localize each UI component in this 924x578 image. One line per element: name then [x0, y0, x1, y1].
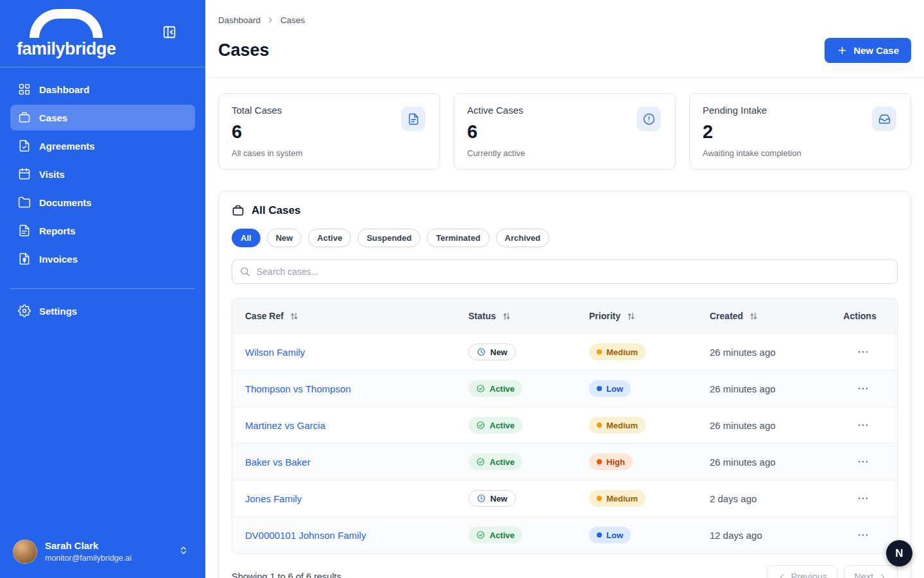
created-cell: 26 minutes ago [697, 334, 823, 371]
sidebar-collapse-button[interactable] [162, 25, 177, 40]
sidebar-item-documents[interactable]: Documents [10, 189, 195, 215]
document-icon [401, 107, 425, 131]
sidebar-item-label: Dashboard [39, 84, 89, 95]
table-row: Wilson Family New Medium 26 minutes ago [232, 334, 897, 371]
breadcrumb-item-dashboard[interactable]: Dashboard [218, 15, 261, 25]
report-icon [18, 224, 31, 237]
priority-dot [597, 386, 602, 391]
sidebar-item-visits[interactable]: Visits [10, 161, 195, 187]
row-actions-button[interactable] [851, 416, 875, 434]
priority-badge: Low [589, 380, 631, 397]
panel-collapse-icon [162, 25, 176, 39]
row-actions-button[interactable] [851, 526, 875, 544]
column-header-priority[interactable]: Priority [576, 299, 697, 334]
chevrons-up-down-icon [178, 545, 189, 558]
stat-value: 2 [703, 121, 898, 143]
new-case-button[interactable]: New Case [825, 38, 911, 63]
user-meta: Sarah Clark monitor@familybridge.ai [45, 540, 132, 563]
breadcrumb: Dashboard Cases [218, 15, 911, 25]
column-header-status[interactable]: Status [456, 299, 576, 334]
stat-label: Pending Intake [703, 105, 898, 116]
clock-icon [477, 494, 486, 503]
sidebar-item-invoices[interactable]: Invoices [10, 246, 195, 272]
table-row: Thompson vs Thompson Active Low 26 minut… [232, 371, 897, 407]
plus-icon [837, 45, 848, 56]
case-link[interactable]: Wilson Family [245, 347, 305, 358]
user-email: monitor@familybridge.ai [45, 554, 132, 564]
check-circle-icon [476, 530, 485, 539]
filter-all[interactable]: All [232, 229, 261, 247]
sidebar-item-settings[interactable]: Settings [10, 298, 195, 324]
sidebar-item-label: Agreements [39, 141, 95, 152]
sidebar-item-label: Visits [39, 169, 65, 180]
priority-badge: Medium [589, 490, 646, 507]
previous-page-button[interactable]: Previous [767, 565, 837, 578]
sort-icon [289, 311, 299, 321]
breadcrumb-item-cases: Cases [280, 15, 305, 25]
priority-badge: Medium [589, 417, 646, 434]
pagination: Previous Next [767, 565, 898, 578]
row-actions-button[interactable] [851, 489, 875, 507]
settings-divider [10, 288, 195, 289]
row-actions-button[interactable] [851, 343, 875, 361]
stat-card-total-cases: Total Cases 6 All cases in system [218, 93, 440, 170]
filter-active[interactable]: Active [308, 229, 351, 247]
created-cell: 26 minutes ago [697, 407, 823, 444]
table-row: Martinez vs Garcia Active Medium 26 minu… [232, 407, 897, 444]
sidebar-item-cases[interactable]: Cases [10, 105, 195, 130]
created-cell: 26 minutes ago [697, 371, 823, 407]
sidebar-divider [0, 67, 205, 67]
sidebar-item-label: Documents [39, 197, 92, 208]
filter-terminated[interactable]: Terminated [427, 229, 489, 247]
case-link[interactable]: Thompson vs Thompson [245, 383, 351, 394]
chevron-right-icon [878, 572, 887, 578]
priority-badge: Low [589, 527, 631, 543]
folder-icon [18, 196, 31, 209]
floating-n-widget-button[interactable]: N [886, 540, 912, 566]
search-icon [239, 266, 250, 279]
column-header-case-ref[interactable]: Case Ref [232, 299, 456, 334]
priority-dot [597, 459, 602, 464]
next-page-button[interactable]: Next [844, 565, 898, 578]
created-cell: 2 days ago [697, 480, 823, 517]
sidebar-item-dashboard[interactable]: Dashboard [10, 76, 195, 102]
page-header: Dashboard Cases Cases New Case [205, 0, 924, 78]
case-link[interactable]: Baker vs Baker [245, 457, 311, 468]
case-link[interactable]: Jones Family [245, 493, 302, 504]
filter-new[interactable]: New [267, 229, 302, 247]
status-badge: Active [468, 417, 522, 434]
stat-value: 6 [232, 121, 427, 143]
user-name: Sarah Clark [45, 540, 132, 552]
case-link[interactable]: DV0000101 Johnson Family [245, 530, 366, 541]
row-actions-button[interactable] [851, 453, 875, 471]
status-filters: All New Active Suspended Terminated Arch… [232, 229, 898, 247]
filter-suspended[interactable]: Suspended [357, 229, 420, 247]
bridge-arch-icon [30, 9, 103, 38]
sidebar-item-agreements[interactable]: Agreements [10, 133, 195, 159]
stat-caption: Awaiting intake completion [703, 148, 898, 158]
user-menu[interactable]: Sarah Clark monitor@familybridge.ai [0, 528, 205, 578]
filter-archived[interactable]: Archived [496, 229, 550, 247]
sidebar-item-reports[interactable]: Reports [10, 218, 195, 243]
priority-dot [597, 423, 602, 428]
new-case-label: New Case [853, 45, 899, 56]
status-badge: Active [468, 527, 522, 543]
briefcase-icon [232, 204, 244, 217]
main-content: Dashboard Cases Cases New Case Total Cas… [205, 0, 924, 578]
chevron-left-icon [777, 572, 787, 578]
created-cell: 26 minutes ago [697, 444, 823, 480]
priority-badge: Medium [589, 344, 646, 360]
case-link[interactable]: Martinez vs Garcia [245, 420, 325, 431]
column-header-created[interactable]: Created [697, 299, 823, 334]
priority-dot [597, 532, 602, 538]
alert-circle-icon [637, 107, 661, 131]
row-actions-button[interactable] [851, 380, 875, 398]
stat-card-pending-intake: Pending Intake 2 Awaiting intake complet… [689, 93, 911, 170]
cases-table: Case Ref Status Priority Created Actions… [232, 299, 897, 553]
sidebar-item-label: Reports [39, 225, 76, 236]
status-badge: New [468, 490, 516, 507]
calendar-icon [18, 168, 31, 180]
search-input[interactable] [232, 259, 898, 284]
ellipsis-icon [857, 346, 869, 358]
file-check-icon [18, 139, 31, 152]
